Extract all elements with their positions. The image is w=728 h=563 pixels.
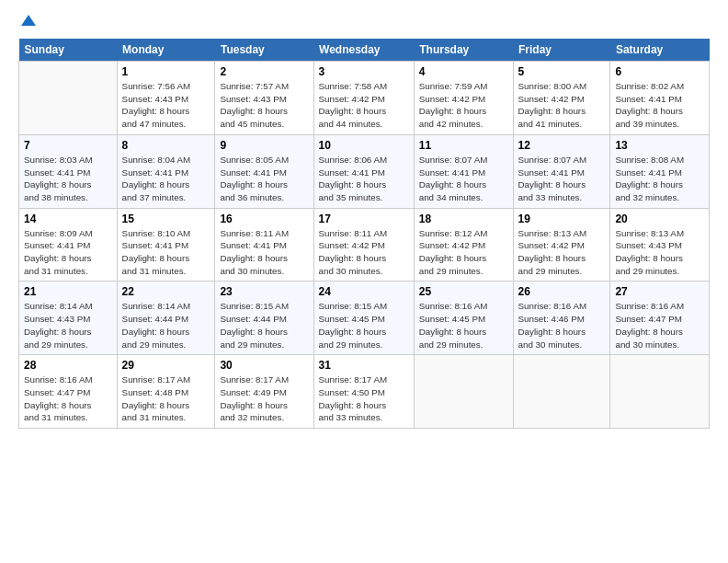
day-number: 10 (319, 139, 409, 152)
day-info: Sunrise: 8:07 AM Sunset: 4:41 PM Dayligh… (518, 154, 606, 204)
day-info: Sunrise: 8:03 AM Sunset: 4:41 PM Dayligh… (24, 154, 112, 204)
day-info: Sunrise: 8:13 AM Sunset: 4:42 PM Dayligh… (518, 227, 606, 278)
day-info: Sunrise: 8:16 AM Sunset: 4:47 PM Dayligh… (615, 300, 704, 350)
calendar-cell: 15Sunrise: 8:10 AM Sunset: 4:41 PM Dayli… (117, 208, 215, 282)
calendar-cell: 16Sunrise: 8:11 AM Sunset: 4:41 PM Dayli… (215, 208, 313, 282)
calendar-cell: 12Sunrise: 8:07 AM Sunset: 4:41 PM Dayli… (513, 134, 610, 208)
day-info: Sunrise: 8:14 AM Sunset: 4:44 PM Dayligh… (122, 300, 210, 350)
day-number: 28 (24, 359, 112, 372)
col-header-saturday: Saturday (610, 39, 710, 62)
day-info: Sunrise: 8:00 AM Sunset: 4:42 PM Dayligh… (518, 80, 606, 131)
calendar-cell (19, 62, 118, 135)
calendar-cell: 6Sunrise: 8:02 AM Sunset: 4:41 PM Daylig… (610, 62, 710, 135)
day-info: Sunrise: 7:57 AM Sunset: 4:43 PM Dayligh… (220, 80, 308, 131)
calendar-cell (513, 355, 610, 429)
day-number: 4 (419, 65, 508, 78)
logo (18, 15, 37, 29)
col-header-tuesday: Tuesday (215, 39, 313, 62)
day-number: 27 (615, 285, 704, 298)
calendar-cell (610, 355, 710, 429)
day-info: Sunrise: 8:16 AM Sunset: 4:45 PM Dayligh… (419, 300, 508, 350)
day-number: 31 (319, 359, 409, 372)
day-info: Sunrise: 8:08 AM Sunset: 4:41 PM Dayligh… (615, 154, 704, 204)
calendar-table: SundayMondayTuesdayWednesdayThursdayFrid… (18, 39, 710, 429)
calendar-cell: 4Sunrise: 7:59 AM Sunset: 4:42 PM Daylig… (414, 62, 513, 135)
calendar-cell: 26Sunrise: 8:16 AM Sunset: 4:46 PM Dayli… (513, 282, 610, 355)
day-info: Sunrise: 8:17 AM Sunset: 4:48 PM Dayligh… (122, 373, 210, 424)
day-number: 2 (220, 65, 308, 78)
day-info: Sunrise: 8:12 AM Sunset: 4:42 PM Dayligh… (419, 227, 508, 278)
day-number: 19 (518, 213, 606, 225)
day-number: 16 (220, 213, 308, 225)
calendar-cell (414, 355, 513, 429)
day-number: 30 (220, 359, 308, 372)
day-info: Sunrise: 8:06 AM Sunset: 4:41 PM Dayligh… (319, 154, 409, 204)
calendar-cell: 21Sunrise: 8:14 AM Sunset: 4:43 PM Dayli… (19, 282, 118, 355)
day-number: 26 (518, 285, 606, 298)
day-info: Sunrise: 8:05 AM Sunset: 4:41 PM Dayligh… (220, 154, 308, 204)
day-number: 7 (24, 139, 112, 152)
day-number: 5 (518, 65, 606, 78)
col-header-sunday: Sunday (19, 39, 118, 62)
day-info: Sunrise: 8:14 AM Sunset: 4:43 PM Dayligh… (24, 300, 112, 350)
day-info: Sunrise: 7:58 AM Sunset: 4:42 PM Dayligh… (319, 80, 409, 131)
page: SundayMondayTuesdayWednesdayThursdayFrid… (0, 0, 728, 563)
header-row: SundayMondayTuesdayWednesdayThursdayFrid… (19, 39, 710, 62)
calendar-cell: 13Sunrise: 8:08 AM Sunset: 4:41 PM Dayli… (610, 134, 710, 208)
header (18, 15, 710, 29)
calendar-cell: 22Sunrise: 8:14 AM Sunset: 4:44 PM Dayli… (117, 282, 215, 355)
week-row-4: 21Sunrise: 8:14 AM Sunset: 4:43 PM Dayli… (19, 282, 710, 355)
logo-icon (20, 13, 37, 29)
day-number: 6 (615, 65, 704, 78)
day-info: Sunrise: 8:10 AM Sunset: 4:41 PM Dayligh… (122, 227, 210, 278)
day-number: 25 (419, 285, 508, 298)
week-row-5: 28Sunrise: 8:16 AM Sunset: 4:47 PM Dayli… (19, 355, 710, 429)
calendar-cell: 20Sunrise: 8:13 AM Sunset: 4:43 PM Dayli… (610, 208, 710, 282)
day-info: Sunrise: 8:15 AM Sunset: 4:45 PM Dayligh… (319, 300, 409, 350)
calendar-cell: 31Sunrise: 8:17 AM Sunset: 4:50 PM Dayli… (313, 355, 414, 429)
calendar-cell: 2Sunrise: 7:57 AM Sunset: 4:43 PM Daylig… (215, 62, 313, 135)
day-number: 3 (319, 65, 409, 78)
day-number: 8 (122, 139, 210, 152)
calendar-cell: 7Sunrise: 8:03 AM Sunset: 4:41 PM Daylig… (19, 134, 118, 208)
day-number: 11 (419, 139, 508, 152)
day-info: Sunrise: 8:04 AM Sunset: 4:41 PM Dayligh… (122, 154, 210, 204)
col-header-friday: Friday (513, 39, 610, 62)
calendar-cell: 19Sunrise: 8:13 AM Sunset: 4:42 PM Dayli… (513, 208, 610, 282)
day-number: 13 (615, 139, 704, 152)
calendar-cell: 5Sunrise: 8:00 AM Sunset: 4:42 PM Daylig… (513, 62, 610, 135)
calendar-cell: 29Sunrise: 8:17 AM Sunset: 4:48 PM Dayli… (117, 355, 215, 429)
day-info: Sunrise: 8:11 AM Sunset: 4:42 PM Dayligh… (319, 227, 409, 278)
calendar-cell: 10Sunrise: 8:06 AM Sunset: 4:41 PM Dayli… (313, 134, 414, 208)
week-row-2: 7Sunrise: 8:03 AM Sunset: 4:41 PM Daylig… (19, 134, 710, 208)
calendar-cell: 8Sunrise: 8:04 AM Sunset: 4:41 PM Daylig… (117, 134, 215, 208)
day-number: 12 (518, 139, 606, 152)
day-info: Sunrise: 8:07 AM Sunset: 4:41 PM Dayligh… (419, 154, 508, 204)
day-info: Sunrise: 8:15 AM Sunset: 4:44 PM Dayligh… (220, 300, 308, 350)
col-header-monday: Monday (117, 39, 215, 62)
calendar-cell: 11Sunrise: 8:07 AM Sunset: 4:41 PM Dayli… (414, 134, 513, 208)
day-info: Sunrise: 8:09 AM Sunset: 4:41 PM Dayligh… (24, 227, 112, 278)
calendar-cell: 9Sunrise: 8:05 AM Sunset: 4:41 PM Daylig… (215, 134, 313, 208)
day-number: 24 (319, 285, 409, 298)
calendar-cell: 30Sunrise: 8:17 AM Sunset: 4:49 PM Dayli… (215, 355, 313, 429)
week-row-3: 14Sunrise: 8:09 AM Sunset: 4:41 PM Dayli… (19, 208, 710, 282)
day-info: Sunrise: 8:16 AM Sunset: 4:47 PM Dayligh… (24, 373, 112, 424)
calendar-cell: 28Sunrise: 8:16 AM Sunset: 4:47 PM Dayli… (19, 355, 118, 429)
day-info: Sunrise: 8:11 AM Sunset: 4:41 PM Dayligh… (220, 227, 308, 278)
day-info: Sunrise: 8:02 AM Sunset: 4:41 PM Dayligh… (615, 80, 704, 131)
day-number: 22 (122, 285, 210, 298)
day-number: 1 (122, 65, 210, 78)
day-info: Sunrise: 8:17 AM Sunset: 4:50 PM Dayligh… (319, 373, 409, 424)
day-info: Sunrise: 8:16 AM Sunset: 4:46 PM Dayligh… (518, 300, 606, 350)
col-header-wednesday: Wednesday (313, 39, 414, 62)
day-number: 20 (615, 213, 704, 225)
calendar-cell: 24Sunrise: 8:15 AM Sunset: 4:45 PM Dayli… (313, 282, 414, 355)
calendar-cell: 1Sunrise: 7:56 AM Sunset: 4:43 PM Daylig… (117, 62, 215, 135)
calendar-cell: 27Sunrise: 8:16 AM Sunset: 4:47 PM Dayli… (610, 282, 710, 355)
calendar-cell: 17Sunrise: 8:11 AM Sunset: 4:42 PM Dayli… (313, 208, 414, 282)
col-header-thursday: Thursday (414, 39, 513, 62)
day-info: Sunrise: 7:59 AM Sunset: 4:42 PM Dayligh… (419, 80, 508, 131)
calendar-cell: 18Sunrise: 8:12 AM Sunset: 4:42 PM Dayli… (414, 208, 513, 282)
day-number: 9 (220, 139, 308, 152)
